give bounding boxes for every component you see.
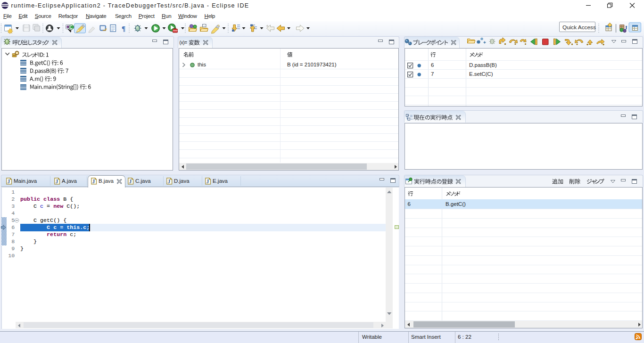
svg-text:J: J: [55, 179, 58, 184]
svg-text:¶: ¶: [122, 25, 125, 33]
svg-text:J: J: [129, 179, 132, 184]
svg-text:Quick Access: Quick Access: [562, 24, 596, 31]
svg-text:J: J: [92, 179, 95, 184]
svg-text:J: J: [206, 179, 209, 184]
svg-text:J: J: [7, 179, 10, 184]
svg-text:J: J: [167, 179, 170, 184]
